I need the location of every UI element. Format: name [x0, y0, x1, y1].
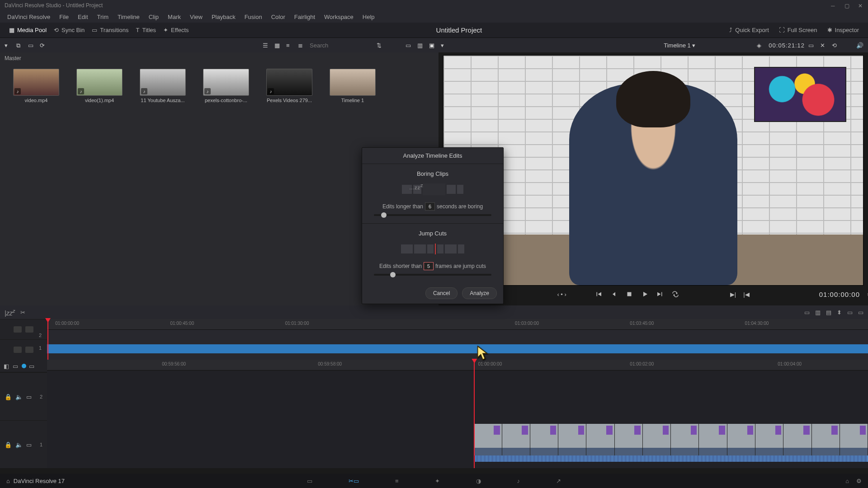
clip-item[interactable]: ♪11 Youtube Ausza...: [134, 69, 192, 103]
jump-slider[interactable]: [374, 274, 491, 276]
home-icon[interactable]: ⌂: [6, 478, 10, 484]
bypass-icon[interactable]: ✕: [820, 42, 828, 48]
boring-detector-icon[interactable]: |zzz: [5, 308, 15, 317]
folder-icon[interactable]: ▭: [28, 42, 36, 48]
master-bin-label[interactable]: Master: [0, 52, 439, 64]
track-tool-d[interactable]: [25, 347, 33, 353]
page-media[interactable]: ▭: [307, 478, 312, 484]
full-screen-button[interactable]: ⛶ Full Screen: [775, 25, 821, 35]
clip-item[interactable]: ♪video.mp4: [7, 69, 65, 103]
step-back-button[interactable]: [610, 290, 618, 298]
media-pool-button[interactable]: ▦ Media Pool: [5, 25, 50, 35]
overview-clip[interactable]: [47, 344, 868, 353]
page-color[interactable]: ◑: [476, 478, 481, 484]
project-manager-icon[interactable]: ⌂: [845, 478, 849, 484]
analyze-button[interactable]: Analyze: [462, 287, 497, 299]
sort-icon[interactable]: ⇅: [377, 42, 385, 48]
boring-slider[interactable]: [374, 214, 491, 216]
loop-button[interactable]: [671, 290, 679, 298]
track-video-icon[interactable]: ▭: [26, 441, 33, 448]
audio-sync-dot-icon[interactable]: [22, 364, 26, 368]
close-icon[interactable]: ✕: [858, 3, 863, 8]
refresh-icon[interactable]: ⟳: [40, 42, 48, 48]
track-mute-icon[interactable]: 🔈: [15, 441, 22, 448]
mark-out-button[interactable]: |◀: [743, 291, 749, 298]
cancel-button[interactable]: Cancel: [425, 287, 458, 299]
split-icon[interactable]: ✂: [20, 309, 25, 316]
clip-item[interactable]: Timeline 1: [324, 69, 382, 103]
menu-file[interactable]: File: [56, 13, 72, 21]
search-input[interactable]: [310, 42, 373, 49]
page-cut[interactable]: ✂▭: [349, 478, 359, 484]
lock-icon[interactable]: ▭: [29, 363, 35, 369]
match-frame-icon[interactable]: ◈: [757, 42, 765, 48]
maximize-icon[interactable]: ▢: [844, 3, 850, 8]
menu-mark[interactable]: Mark: [164, 13, 184, 21]
track-lock-icon[interactable]: 🔒: [5, 394, 11, 400]
page-edit[interactable]: ≡: [395, 478, 399, 484]
jump-frames-input[interactable]: 5: [424, 262, 434, 270]
menu-help[interactable]: Help: [359, 13, 378, 21]
marker-view-icon[interactable]: ▭: [13, 363, 19, 369]
track-video-icon[interactable]: ▭: [26, 394, 33, 400]
tc-options-icon[interactable]: ▭: [808, 42, 816, 48]
prev-edit-nav[interactable]: ‹ • ›: [557, 291, 566, 298]
effects-button[interactable]: ✦ Effects: [160, 25, 193, 35]
menu-color[interactable]: Color: [268, 13, 289, 21]
dual-view-icon[interactable]: ▥: [417, 42, 425, 48]
metadata-view-icon[interactable]: ☰: [263, 42, 271, 48]
viewer-dropdown-icon[interactable]: ▾: [441, 42, 449, 48]
source-view-icon[interactable]: ▭: [406, 42, 414, 48]
track-tool-a[interactable]: [14, 326, 22, 333]
menu-workspace[interactable]: Workspace: [321, 13, 357, 21]
quick-export-button[interactable]: ⤴ Quick Export: [726, 25, 772, 35]
menu-fairlight[interactable]: Fairlight: [291, 13, 319, 21]
clip-item[interactable]: ♪pexels-cottonbro-...: [197, 69, 255, 103]
volume-icon[interactable]: 🔊: [856, 42, 863, 49]
menu-edit[interactable]: Edit: [74, 13, 91, 21]
clip-item[interactable]: ♪video(1).mp4: [71, 69, 128, 103]
menu-fusion[interactable]: Fusion: [241, 13, 266, 21]
menu-trim[interactable]: Trim: [94, 13, 113, 21]
upper-timeline[interactable]: 01:00:00:00 01:00:45:00 01:01:30:00 01:0…: [47, 319, 868, 360]
go-start-button[interactable]: [594, 290, 603, 298]
import-icon[interactable]: ⧉: [16, 42, 24, 48]
tool-e-icon[interactable]: ▭: [847, 309, 853, 316]
playhead-upper[interactable]: [47, 319, 48, 360]
strip-view-icon[interactable]: ≡: [286, 42, 294, 48]
tool-d-icon[interactable]: ⬍: [837, 309, 842, 316]
audio-waveform[interactable]: [474, 455, 868, 462]
mark-in-button[interactable]: ▶|: [730, 291, 736, 298]
transitions-button[interactable]: ▭ Transitions: [88, 25, 132, 35]
clip-thumbnails[interactable]: [474, 424, 868, 455]
track-tool-b[interactable]: [25, 326, 33, 333]
playhead-lower[interactable]: [474, 360, 475, 468]
menu-davinci[interactable]: DaVinci Resolve: [4, 13, 54, 21]
stop-button[interactable]: [625, 290, 633, 298]
menu-view[interactable]: View: [186, 13, 206, 21]
viewer-frame[interactable]: [443, 55, 863, 286]
clip-item[interactable]: ♪Pexels Videos 279...: [260, 69, 318, 103]
titles-button[interactable]: T Titles: [132, 25, 160, 35]
menu-playback[interactable]: Playback: [208, 13, 239, 21]
tool-c-icon[interactable]: ▤: [826, 309, 831, 316]
page-deliver[interactable]: ↗: [556, 478, 561, 484]
list-view-icon[interactable]: ≣: [298, 42, 306, 48]
go-end-button[interactable]: [656, 290, 664, 298]
sync-bin-button[interactable]: ⟲ Sync Bin: [50, 25, 88, 35]
boring-seconds-input[interactable]: 6: [425, 202, 435, 211]
minimize-icon[interactable]: ─: [831, 3, 836, 8]
page-fairlight[interactable]: ♪: [517, 478, 520, 484]
play-button[interactable]: [641, 290, 649, 298]
timeline-name[interactable]: Timeline 1 ▾: [664, 42, 695, 49]
menu-timeline[interactable]: Timeline: [114, 13, 143, 21]
menu-clip[interactable]: Clip: [145, 13, 162, 21]
track-mute-icon[interactable]: 🔈: [15, 394, 22, 400]
lower-timeline[interactable]: 00:59:56:00 00:59:58:00 01:00:00:00 01:0…: [47, 360, 868, 468]
snap-icon[interactable]: ◧: [4, 363, 10, 369]
tool-a-icon[interactable]: ▭: [804, 309, 810, 316]
track-tool-c[interactable]: [14, 347, 22, 353]
tool-b-icon[interactable]: ▥: [815, 309, 821, 316]
page-fusion[interactable]: ✦: [435, 478, 440, 484]
loop-range-icon[interactable]: ⟲: [832, 42, 840, 48]
